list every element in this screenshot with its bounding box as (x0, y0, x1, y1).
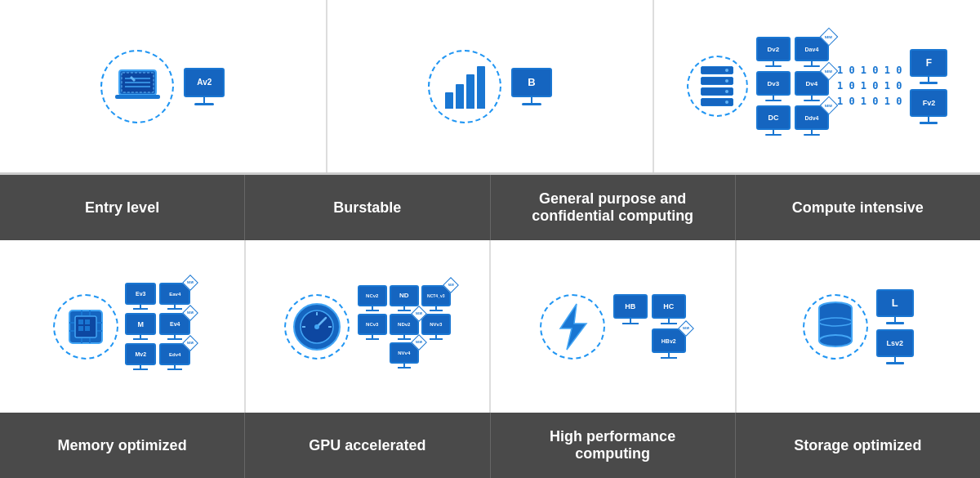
gpu-circle (284, 294, 350, 360)
av2-monitor: Av2 (184, 68, 225, 105)
ndv2-wrapper: NDv2 NEW (390, 314, 419, 340)
hpc-monitor-cluster: HB HC (613, 294, 686, 359)
entry-level-label: Entry level (0, 175, 245, 240)
compute-intensive-label: Compute intensive (736, 175, 980, 240)
b-monitor: B (511, 68, 552, 105)
dv2-monitor: Dv2 (756, 37, 791, 67)
svg-rect-9 (78, 319, 83, 324)
mv2-monitor: Mv2 (125, 343, 156, 370)
general-circle (687, 56, 748, 117)
top-label-row: Entry level Burstable General purpose an… (0, 175, 980, 240)
ddv4-wrapper: Ddv4 NEW (795, 105, 829, 136)
dv4-monitor: Dv4 NEW (795, 71, 829, 101)
ddv4-monitor: Ddv4 NEW (795, 105, 829, 136)
eav4-wrapper: Eav4 NEW (159, 283, 190, 310)
m-monitor: M (125, 313, 156, 340)
memory-optimized-label: Memory optimized (0, 413, 245, 478)
bottom-icons-row: Ev3 Eav4 NEW (0, 240, 980, 413)
burstable-circle (428, 50, 501, 123)
dv4-wrapper: Dv4 NEW (795, 71, 829, 101)
burstable-section: B (327, 0, 655, 172)
hc-monitor: HC (652, 294, 686, 324)
svg-point-27 (314, 324, 319, 329)
top-icons-row: Av2 (0, 0, 980, 175)
fv2-monitor: Fv2 (910, 89, 947, 124)
hb-monitor: HB (613, 294, 648, 324)
main-container: Av2 (0, 0, 980, 478)
dc-monitor: DC (756, 105, 791, 136)
binary-text: 1 0 1 0 1 0 1 0 1 0 1 0 1 0 1 0 1 0 (837, 63, 902, 110)
storage-optimized-label: Storage optimized (736, 413, 980, 478)
ndv2-monitor: NDv2 NEW (390, 314, 419, 340)
database-icon (815, 300, 856, 353)
ncv3-monitor: NCv3 (358, 314, 387, 340)
hpc-section: HB HC (491, 240, 737, 413)
entry-level-section: Av2 (0, 0, 327, 172)
svg-rect-11 (78, 326, 83, 331)
f-monitor: F (910, 49, 947, 84)
nvv4-monitor: NVv4 NEW (390, 342, 419, 369)
gpu-section: NCv2 ND (246, 240, 492, 413)
nct4-monitor: NCT4_v3 NEW (421, 285, 451, 311)
bottom-label-row: Memory optimized GPU accelerated High pe… (0, 413, 980, 478)
bar-chart-icon (445, 64, 485, 109)
storage-monitor-cluster: L Lsv2 (876, 289, 914, 364)
hpc-label: High performancecomputing (491, 413, 736, 478)
svg-rect-6 (115, 95, 160, 99)
compute-monitors: F Fv2 (910, 49, 947, 124)
dav4-wrapper: Dav4 NEW (795, 37, 829, 67)
ncv2-monitor: NCv2 (358, 285, 387, 311)
hbv2-wrapper: HBv2 NEW (652, 328, 686, 359)
svg-rect-12 (85, 326, 90, 331)
svg-marker-28 (560, 304, 586, 350)
nd-monitor: ND (390, 285, 419, 311)
ev4-monitor: Ev4 NEW (159, 313, 190, 340)
ev4-wrapper: Ev4 NEW (159, 313, 190, 340)
ev3-monitor: Ev3 (125, 283, 156, 310)
nvv3-monitor: NVv3 (421, 314, 451, 340)
memory-monitor-cluster: Ev3 Eav4 NEW (125, 283, 190, 370)
eav4-monitor: Eav4 NEW (159, 283, 190, 310)
laptop-icon (115, 66, 160, 107)
svg-rect-10 (85, 319, 90, 324)
svg-point-31 (819, 335, 852, 346)
dv3-monitor: Dv3 (756, 71, 791, 101)
edv4-monitor: Edv4 NEW (159, 343, 190, 370)
server-icon (701, 66, 733, 106)
speedometer-icon (292, 302, 342, 352)
edv4-wrapper: Edv4 NEW (159, 343, 190, 370)
memory-optimized-section: Ev3 Eav4 NEW (0, 240, 246, 413)
dav4-monitor: Dav4 NEW (795, 37, 829, 67)
general-purpose-section: Dv2 Dav4 NEW (654, 0, 980, 172)
lightning-icon (552, 302, 593, 351)
general-purpose-label: General purpose andconfidential computin… (491, 175, 736, 240)
l-monitor: L (876, 289, 914, 324)
hpc-circle (540, 294, 605, 360)
general-monitor-cluster: Dv2 Dav4 NEW (756, 37, 829, 136)
burstable-label: Burstable (245, 175, 490, 240)
storage-section: L Lsv2 (737, 240, 981, 413)
nvv4-wrapper: NVv4 NEW (390, 342, 419, 369)
storage-circle (803, 294, 868, 360)
entry-level-circle (100, 50, 174, 123)
gpu-accelerated-label: GPU accelerated (245, 413, 490, 478)
lsv2-monitor: Lsv2 (876, 329, 914, 364)
memory-circle (53, 294, 118, 360)
hbv2-monitor: HBv2 NEW (652, 328, 686, 359)
nct4-wrapper: NCT4_v3 NEW (421, 285, 451, 311)
gpu-monitor-cluster: NCv2 ND (358, 285, 451, 369)
cpu-icon (61, 302, 110, 351)
